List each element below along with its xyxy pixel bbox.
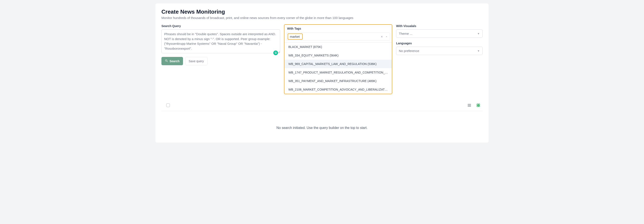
- tags-control[interactable]: market: [286, 32, 390, 41]
- tags-dropdown: BLACK_MARKET (875K)WB_334_EQUITY_MARKETS…: [284, 42, 392, 94]
- svg-rect-8: [478, 106, 480, 107]
- chevron-down-icon: ▼: [477, 49, 480, 52]
- tags-input[interactable]: market: [288, 33, 302, 40]
- empty-state-message: No search initiated. Use the query build…: [162, 111, 482, 130]
- tags-option[interactable]: BLACK_MARKET (875K): [284, 43, 392, 51]
- results-toolbar: [162, 102, 482, 110]
- languages-placeholder: No preference: [399, 49, 419, 53]
- search-button[interactable]: Search: [162, 57, 183, 65]
- search-query-wrap: G: [162, 29, 280, 54]
- svg-rect-7: [477, 106, 478, 107]
- chevron-up-icon[interactable]: [385, 35, 388, 38]
- languages-label: Languages: [396, 42, 482, 45]
- list-view-icon[interactable]: [467, 103, 472, 108]
- svg-rect-6: [478, 104, 480, 105]
- tags-label: With Tags: [284, 25, 392, 30]
- tags-option[interactable]: WB_969_CAPITAL_MARKETS_LAW_AND_REGULATIO…: [284, 60, 392, 68]
- clear-tags-icon[interactable]: [380, 35, 384, 38]
- tags-column: With Tags market BLACK_MARKET (875K)WB_3…: [284, 24, 392, 94]
- svg-rect-2: [468, 104, 471, 105]
- select-all-checkbox[interactable]: [166, 103, 170, 107]
- visuals-label: With Visualals: [396, 24, 482, 28]
- tags-option[interactable]: WB_1747_PRODUCT_MARKET_REGULATION_AND_CO…: [284, 68, 392, 77]
- visuals-placeholder: Theme ...: [399, 32, 412, 35]
- right-column: With Visualals Theme ... ▼ Languages No …: [396, 24, 482, 55]
- page-subtitle: Monitor hundreds of thousands of broadca…: [162, 16, 482, 20]
- search-query-label: Search Query: [162, 24, 280, 28]
- svg-rect-3: [468, 105, 471, 106]
- svg-rect-4: [468, 106, 471, 107]
- view-toggle: [467, 103, 482, 108]
- search-button-label: Search: [170, 59, 180, 63]
- grid-view-icon[interactable]: [476, 103, 480, 108]
- save-query-label: Save query: [189, 59, 204, 63]
- svg-rect-5: [477, 104, 478, 105]
- save-query-button[interactable]: Save query: [185, 57, 208, 65]
- tags-option[interactable]: WB_2106_MARKET_COMPETITION_ADVOCACY_AND_…: [284, 85, 392, 94]
- news-monitoring-card: Create News Monitoring Monitor hundreds …: [156, 3, 488, 143]
- page-title: Create News Monitoring: [162, 8, 482, 15]
- chevron-down-icon: ▼: [477, 32, 480, 35]
- search-query-input[interactable]: [162, 29, 280, 53]
- grammarly-icon: G: [273, 50, 278, 55]
- search-query-column: Search Query G Search Save query: [162, 24, 280, 65]
- tags-panel: With Tags market BLACK_MARKET (875K)WB_3…: [284, 24, 392, 94]
- visuals-select[interactable]: Theme ... ▼: [396, 29, 482, 38]
- query-buttons: Search Save query: [162, 57, 280, 65]
- languages-select[interactable]: No preference ▼: [396, 47, 482, 55]
- tags-option[interactable]: WB_351_PAYMENT_AND_MARKET_INFRASTRUCTURE…: [284, 77, 392, 85]
- query-builder-row: Search Query G Search Save query: [162, 24, 482, 94]
- search-icon: [165, 59, 168, 63]
- tags-option[interactable]: WB_334_EQUITY_MARKETS (564K): [284, 51, 392, 60]
